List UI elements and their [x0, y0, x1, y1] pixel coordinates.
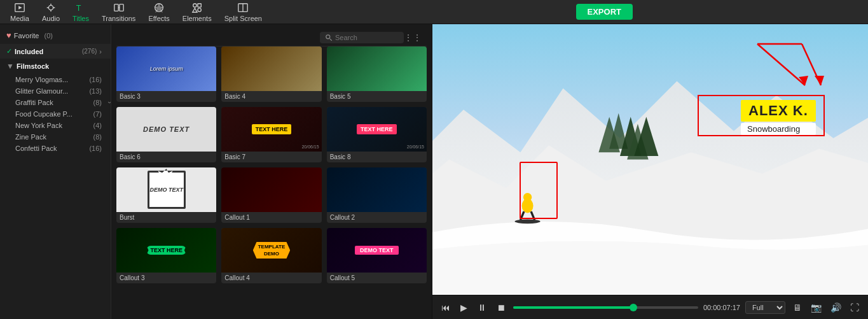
- screen-button[interactable]: 🖥: [790, 300, 804, 315]
- sidebar-item-favorite[interactable]: ♥ Favorite (0): [0, 27, 111, 44]
- sub-item-count: (8): [93, 133, 102, 141]
- nav-media-label: Media: [10, 15, 29, 22]
- svg-line-28: [757, 44, 805, 85]
- sidebar-favorite-label: Favorite: [14, 32, 39, 39]
- video-panel: ALEX K. Snowboarding ⏮ ▶ ⏸ ⏹: [432, 24, 868, 319]
- sub-item-count: (13): [89, 87, 102, 95]
- svg-text:T: T: [76, 3, 81, 12]
- sidebar-item-confetti[interactable]: Confetti Pack (16): [0, 143, 111, 154]
- sidebar-item-food[interactable]: Food Cupcake P... (7): [0, 108, 111, 120]
- title-card-basic8[interactable]: TEXT HERE 20/06/15 Basic 8: [327, 107, 427, 162]
- sidebar-item-included[interactable]: ✓ Included (276) ›: [0, 44, 111, 59]
- title-thumb-basic7: TEXT HERE 20/06/15: [221, 107, 321, 152]
- nav-titles-label: Titles: [72, 15, 89, 22]
- title-label-callout3: Callout 3: [116, 273, 216, 283]
- title-thumb-callout2: [327, 167, 427, 212]
- title-card-callout1[interactable]: Callout 1: [221, 167, 321, 223]
- pause-button[interactable]: ⏸: [475, 300, 489, 315]
- search-box[interactable]: [320, 32, 404, 43]
- search-input[interactable]: [335, 34, 399, 41]
- sub-item-label: Confetti Pack: [15, 145, 57, 152]
- progress-thumb: [630, 304, 637, 311]
- svg-marker-1: [18, 6, 22, 9]
- volume-button[interactable]: 🔊: [828, 300, 844, 315]
- title-label-basic6: Basic 6: [116, 152, 216, 162]
- sub-item-count: (16): [89, 145, 102, 152]
- zoom-select[interactable]: Full 50% 75% 100%: [745, 301, 785, 314]
- svg-point-25: [514, 219, 540, 223]
- sub-item-label: Merry Vlogmas...: [15, 76, 68, 83]
- sidebar-item-glitter[interactable]: Glitter Glamour... (13): [0, 85, 111, 97]
- sub-item-label: Zine Pack: [15, 133, 46, 141]
- nav-titles[interactable]: T Titles: [67, 1, 94, 24]
- nav-splitscreen-label: Split Screen: [224, 15, 262, 22]
- sub-item-label: Glitter Glamour...: [15, 87, 68, 95]
- sidebar-item-newyork[interactable]: New York Pack (4): [0, 120, 111, 131]
- title-label-burst: Burst: [116, 212, 216, 223]
- video-duration: 00:00:07:17: [703, 304, 740, 311]
- sidebar-item-merry-vlogmas[interactable]: Merry Vlogmas... (16): [0, 74, 111, 85]
- filmstock-label: Filmstock: [17, 62, 49, 70]
- nav-elements-label: Elements: [183, 15, 212, 22]
- title-label-basic8: Basic 8: [327, 152, 427, 162]
- sidebar-section-filmstock[interactable]: ▼ Filmstock: [0, 59, 111, 74]
- title-thumb-callout3: TEXT HERE: [116, 228, 216, 273]
- nav-effects-label: Effects: [148, 15, 169, 22]
- thumb-text: TEXT HERE: [146, 246, 186, 255]
- title-label-callout2: Callout 2: [327, 212, 427, 223]
- title-card-basic4[interactable]: Basic 4: [221, 46, 321, 102]
- svg-rect-8: [198, 3, 201, 6]
- title-card-callout2[interactable]: Callout 2: [327, 167, 427, 223]
- search-bar: ⋮⋮: [116, 29, 427, 46]
- title-card-basic5[interactable]: Basic 5: [327, 46, 427, 102]
- title-card-callout3[interactable]: TEXT HERE Callout 3: [116, 228, 216, 283]
- search-icon: [325, 34, 333, 41]
- sidebar-item-zine[interactable]: Zine Pack (8): [0, 131, 111, 143]
- nav-transitions[interactable]: Transitions: [97, 1, 141, 24]
- sidebar-item-graffiti[interactable]: Graffiti Pack (8) ›: [0, 97, 111, 108]
- snapshot-button[interactable]: 📷: [808, 300, 824, 315]
- nav-elements[interactable]: Elements: [177, 1, 217, 24]
- title-label-callout4: Callout 4: [221, 273, 321, 283]
- titles-content: ⋮⋮ Lorem ipsum Basic 3: [111, 24, 432, 319]
- sub-item-label: Graffiti Pack: [15, 99, 53, 106]
- export-button[interactable]: EXPORT: [576, 4, 633, 20]
- right-controls: 🖥 📷 🔊 ⛶: [790, 300, 862, 315]
- thumb-text: TEMPLATEDEMO: [253, 242, 291, 259]
- title-label-basic3: Basic 3: [116, 91, 216, 102]
- title-card-basic6[interactable]: DEMO TEXT Basic 6: [116, 107, 216, 162]
- title-thumb-basic8: TEXT HERE 20/06/15: [327, 107, 427, 152]
- stop-button[interactable]: ⏹: [494, 300, 508, 315]
- skip-back-button[interactable]: ⏮: [439, 300, 453, 315]
- thumb-text: TEXT HERE: [252, 124, 292, 134]
- title-card-basic3[interactable]: Lorem ipsum Basic 3: [116, 46, 216, 102]
- sidebar-included-count: (276): [82, 48, 97, 55]
- sub-item-count: (16): [89, 76, 102, 83]
- thumb-text: DEMO TEXT: [355, 246, 399, 255]
- progress-bar[interactable]: [513, 306, 698, 309]
- nav-splitscreen[interactable]: Split Screen: [219, 1, 267, 24]
- title-card-basic7[interactable]: TEXT HERE 20/06/15 Basic 7: [221, 107, 321, 162]
- sidebar-included-label: Included: [15, 48, 43, 55]
- sub-item-label: Food Cupcake P...: [15, 110, 72, 118]
- grid-options-button[interactable]: ⋮⋮: [404, 32, 422, 43]
- fullscreen-button[interactable]: ⛶: [848, 300, 862, 315]
- nav-audio[interactable]: Audio: [37, 1, 65, 24]
- title-label-basic4: Basic 4: [221, 91, 321, 102]
- title-thumb-basic6: DEMO TEXT: [116, 107, 216, 152]
- title-card-callout4[interactable]: TEMPLATEDEMO Callout 4: [221, 228, 321, 283]
- sub-item-count: (4): [93, 122, 102, 129]
- nav-effects[interactable]: Effects: [143, 1, 174, 24]
- title-thumb-basic3: Lorem ipsum: [116, 46, 216, 91]
- svg-marker-27: [815, 76, 824, 85]
- title-label-basic5: Basic 5: [327, 91, 427, 102]
- title-label-callout5: Callout 5: [327, 273, 427, 283]
- title-card-burst[interactable]: DEMO TEXT Burst: [116, 167, 216, 223]
- sub-item-count: (7): [93, 110, 102, 118]
- play-button[interactable]: ▶: [458, 300, 470, 315]
- svg-rect-5: [120, 4, 123, 11]
- title-card-callout5[interactable]: DEMO TEXT Callout 5: [327, 228, 427, 283]
- thumb-date: 20/06/15: [407, 145, 424, 149]
- nav-media[interactable]: Media: [5, 1, 34, 24]
- svg-point-13: [326, 35, 330, 39]
